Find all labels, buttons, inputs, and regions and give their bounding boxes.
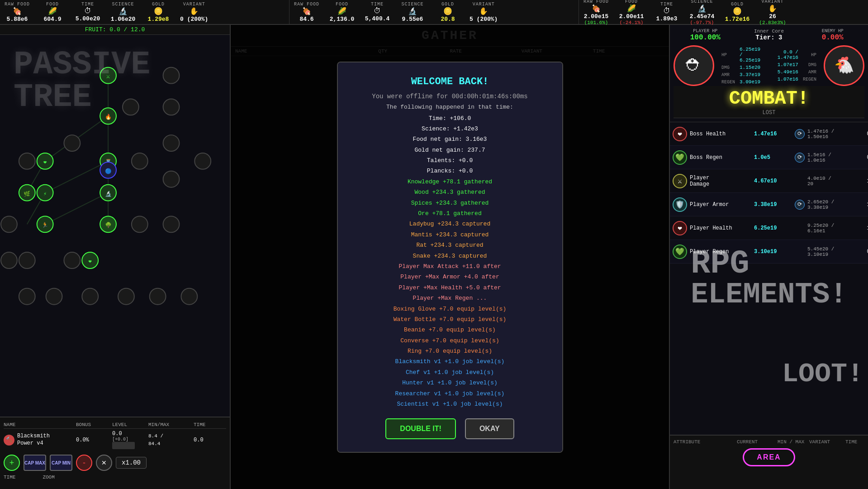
add-button[interactable]: + — [4, 455, 20, 471]
modal-title: WELCOME BACK! — [356, 76, 544, 87]
svg-point-42 — [64, 252, 80, 268]
player-armor-cycle-btn[interactable]: ⟳ — [795, 200, 805, 210]
food-mid: FOOD 🌽 2,136.0 — [328, 2, 356, 23]
attr-header: ATTRIBUTE CURRENT MIN / MAX VARIANT TIME — [674, 439, 864, 445]
okay-button[interactable]: OKAY — [465, 418, 514, 439]
svg-text:❤: ❤ — [43, 159, 47, 166]
stat-rows-container: RPG ELEMENTS! ❤️ Boss Health 1.47e16 ⟳ 1… — [670, 122, 868, 435]
row-icon-name: 🔨 BlacksmithPower v4 — [4, 433, 76, 447]
player-health-row: ❤️ Player Health 6.25e19 9.25e20 /6.16e1… — [670, 216, 868, 240]
modal-offline-time: You were offline for 00d:00h:01m:46s:00m… — [356, 93, 544, 100]
time-zoom-row: TIME ZOOM — [4, 475, 226, 480]
variant-left: VARIANT ✋ 0 (200%) — [180, 2, 208, 23]
controls-row[interactable]: + CAP MAX CAP MIN - ✕ x1.00 — [4, 451, 226, 475]
time-mid: TIME ⏱ 5,400.4 — [364, 2, 391, 22]
svg-text:🌿: 🌿 — [24, 190, 30, 197]
svg-point-49 — [194, 153, 211, 169]
svg-point-46 — [118, 288, 134, 305]
top-section-right: RAW FOOD 🍖 2.00e15 (101.6%) FOOD 🌽 2.00e… — [579, 0, 868, 24]
svg-point-44 — [46, 288, 62, 305]
modal-buttons[interactable]: DOUBLE IT! OKAY — [356, 418, 544, 439]
boss-health-cycle-btn[interactable]: ⟳ — [795, 129, 805, 139]
variant-right: VARIANT ✋ 26 (2.83e3%) — [759, 0, 786, 25]
boss-health-row: ❤️ Boss Health 1.47e16 ⟳ 1.47e16 /1.50e1… — [670, 122, 868, 146]
svg-point-30 — [163, 99, 180, 115]
modal-gathered: Knowledge +78.1 gathered Wood +234.3 gat… — [356, 177, 544, 219]
raw-food-mid: RAW FOOD 🍖 84.6 — [293, 2, 320, 23]
gold-mid: GOLD 🪙 20.8 — [434, 2, 461, 23]
svg-point-43 — [19, 288, 35, 305]
player-armor-icon: 🛡️ — [673, 197, 687, 212]
modal-equip-events: Boxing Glove +7.0 equip level(s) Water B… — [356, 304, 544, 357]
double-it-button[interactable]: DOUBLE IT! — [385, 418, 456, 439]
player-health-icon: ❤️ — [673, 221, 687, 235]
enemy-hp: ENEMY HP 0.00% — [801, 29, 864, 42]
svg-point-45 — [82, 288, 98, 305]
top-bar: RAW FOOD 🍖 5.88e6 FOOD 🌽 604.9 TIME ⏱ 5.… — [0, 0, 868, 25]
svg-point-36 — [132, 216, 148, 232]
svg-point-29 — [163, 67, 180, 84]
tree-canvas: ⚔ 🔥 ❤ ⌛ 🌿 ⚡ 🔬 🏃 🌳 ❤ — [0, 35, 230, 373]
gold-left: GOLD 🪙 1.29e8 — [145, 2, 172, 23]
science-right: SCIENCE 🔬 2.45e74 (-97.7%) — [688, 0, 716, 25]
loot-overlay: LOOT! — [782, 359, 863, 389]
boss-regen-cycle-btn[interactable]: ⟳ — [795, 153, 805, 163]
fruit-bar: FRUIT: 0.0 / 12.0 — [0, 25, 230, 35]
enemy-combat-stats: 0.0 / 1.47e16 HP 1.07e17 DMG 5.49e16 AMR — [771, 48, 819, 83]
modal-stats: Time: +106.0 Science: +1.42e3 Food net g… — [356, 113, 544, 177]
multiplier-display: x1.00 — [116, 457, 147, 469]
svg-text:🔵: 🔵 — [105, 168, 112, 175]
variant-mid: VARIANT ✋ 5 (200%) — [470, 2, 498, 23]
time-left: TIME ⏱ 5.00e20 — [74, 2, 101, 22]
blacksmith-icon: 🔨 — [4, 435, 14, 446]
area-button[interactable]: AREA — [743, 448, 795, 466]
food-left: FOOD 🌽 604.9 — [39, 2, 66, 23]
table-header: NAME BONUS LEVEL MIN/MAX TIME — [4, 421, 226, 429]
boss-regen-icon: 💚 — [673, 150, 687, 165]
middle-panel: GATHER NAME QTY RATE VARIANT TIME OFFLIN… — [231, 25, 669, 489]
enemy-avatar: 🐔 — [824, 45, 864, 86]
combat-avatars: ⛑ HP 6.25e19 / 6.25e19 DMG 1.15e20 AMR — [674, 45, 864, 86]
top-section-middle: RAW FOOD 🍖 84.6 FOOD 🌽 2,136.0 TIME ⏱ 5,… — [289, 0, 579, 24]
svg-line-3 — [45, 161, 108, 193]
svg-text:🌳: 🌳 — [105, 221, 112, 229]
cap-max-button[interactable]: CAP MAX — [24, 455, 46, 471]
combat-title-box: COMBAT! LOST — [674, 86, 864, 118]
inner-core: Inner Core Tier: 3 — [737, 29, 801, 42]
svg-text:🔥: 🔥 — [105, 113, 112, 120]
svg-point-38 — [19, 153, 35, 169]
modal-overlay: WELCOME BACK! You were offline for 00d:0… — [231, 25, 669, 489]
player-combat-stats: HP 6.25e19 / 6.25e19 DMG 1.15e20 AMR 3.3… — [719, 45, 767, 86]
svg-text:⚔: ⚔ — [106, 73, 110, 80]
svg-text:❤: ❤ — [89, 259, 92, 265]
close-button[interactable]: ✕ — [96, 455, 112, 471]
cap-min-button[interactable]: CAP MIN — [50, 455, 72, 471]
svg-point-41 — [19, 252, 35, 268]
svg-point-39 — [1, 216, 17, 232]
science-mid: SCIENCE 🔬 9.55e6 — [399, 2, 426, 23]
svg-point-33 — [163, 216, 180, 232]
raw-food-right: RAW FOOD 🍖 2.00e15 (101.6%) — [583, 0, 610, 25]
svg-point-34 — [123, 99, 139, 115]
svg-point-47 — [150, 288, 166, 305]
svg-point-31 — [163, 135, 180, 151]
raw-food-left: RAW FOOD 🍖 5.88e6 — [4, 2, 31, 23]
offline-modal: WELCOME BACK! You were offline for 00d:0… — [337, 62, 563, 453]
gold-right: GOLD 🪙 1.72e16 — [724, 2, 751, 23]
svg-point-40 — [1, 252, 17, 268]
remove-button[interactable]: - — [76, 455, 92, 471]
player-damage-row: ⚔️ Player Damage 4.67e10 4.0e10 /20 1 1.… — [670, 169, 868, 193]
left-panel: FRUIT: 0.0 / 12.0 PASSIVETREE — [0, 25, 231, 489]
player-armor-row: 🛡️ Player Armor 3.38e19 ⟳ 2.65e20 /3.38e… — [670, 193, 868, 216]
player-hp: PLAYER HP 100.00% — [674, 29, 737, 42]
top-section-left: RAW FOOD 🍖 5.88e6 FOOD 🌽 604.9 TIME ⏱ 5.… — [0, 0, 289, 24]
time-right: TIME ⏱ 1.89e3 — [653, 2, 680, 22]
player-regen-row: 💚 Player Regen 3.10e19 5.45e20 /3.10e19 … — [670, 240, 868, 264]
player-damage-icon: ⚔️ — [673, 174, 687, 188]
stat-rows: ❤️ Boss Health 1.47e16 ⟳ 1.47e16 /1.50e1… — [670, 122, 868, 264]
hp-row: PLAYER HP 100.00% Inner Core Tier: 3 ENE… — [674, 29, 864, 42]
level-progress-bar — [112, 442, 135, 449]
modal-player-events: Player Max Attack +11.0 after Player +Ma… — [356, 261, 544, 304]
table-row: 🔨 BlacksmithPower v4 0.0% 0.0 [+0.0] 8.4… — [4, 429, 226, 451]
svg-text:🔬: 🔬 — [105, 190, 112, 197]
